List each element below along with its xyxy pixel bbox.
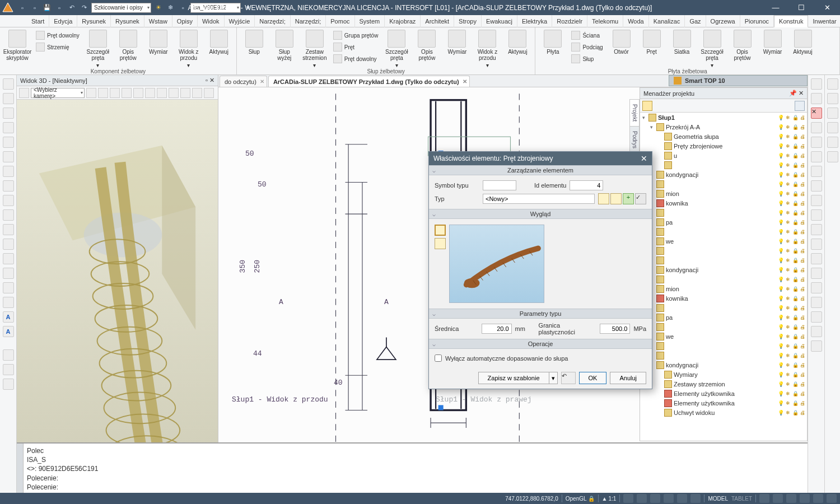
pm-row-toggle-icon[interactable]: 🔒	[792, 314, 799, 321]
pm-row-toggle-icon[interactable]: ❄	[785, 190, 791, 197]
pm-row-toggle-icon[interactable]: 🔒	[792, 352, 799, 359]
rtool2-1-icon[interactable]	[827, 78, 838, 90]
pm-row-toggle-icon[interactable]: ❄	[785, 162, 791, 169]
activate-button[interactable]: Aktywuj	[205, 29, 233, 55]
pm-tree-row[interactable]: Wymiary💡❄🔒🖨	[640, 370, 807, 379]
status-btn-12[interactable]	[827, 494, 837, 503]
rtool2-3-icon[interactable]	[827, 108, 838, 119]
pm-row-toggle-icon[interactable]: 🖨	[799, 400, 806, 407]
rtool-9-icon[interactable]	[811, 195, 822, 206]
pm-row-toggle-icon[interactable]: 💡	[777, 209, 784, 216]
rtool-15-icon[interactable]	[811, 282, 822, 293]
pm-row-toggle-icon[interactable]: 🖨	[799, 228, 806, 235]
command-line-handle[interactable]	[17, 444, 24, 493]
tool-region-icon[interactable]	[3, 239, 14, 250]
slab-button[interactable]: Płyta	[539, 29, 567, 55]
section-operations[interactable]: Operacje	[429, 339, 652, 349]
pm-row-toggle-icon[interactable]: 🖨	[799, 162, 806, 169]
pm-tree-row[interactable]: ▾Słup1💡❄🔒🖨	[640, 113, 807, 122]
rtool-12-icon[interactable]	[811, 239, 822, 250]
pm-row-toggle-icon[interactable]: 💡	[777, 219, 784, 226]
pm-row-toggle-icon[interactable]: 💡	[777, 248, 784, 254]
qat-mode-combo[interactable]: Szkicowanie i opisy	[91, 3, 151, 13]
pm-row-toggle-icon[interactable]: ❄	[785, 209, 791, 216]
pm-row-toggle-icon[interactable]: ❄	[785, 152, 791, 159]
pm-row-toggle-icon[interactable]: 🖨	[799, 181, 806, 188]
qat-redo-icon[interactable]: ↷	[79, 3, 89, 13]
ribbon-tab[interactable]: Widok	[198, 15, 225, 27]
rebar-detail-button-3[interactable]: Szczegół pręta▾	[698, 29, 726, 68]
pm-row-toggle-icon[interactable]: 🖨	[799, 371, 806, 378]
tool-spline-icon[interactable]	[3, 122, 14, 133]
pm-row-toggle-icon[interactable]: 💡	[777, 333, 784, 340]
tool-ellipse-icon[interactable]	[3, 151, 14, 162]
pm-row-toggle-icon[interactable]: 🔒	[792, 343, 799, 349]
activate-button-2[interactable]: Aktywuj	[503, 29, 531, 55]
pm-tree-row[interactable]: Geometria słupa💡❄🔒🖨	[640, 132, 807, 141]
rtool2-2-icon[interactable]	[827, 93, 838, 104]
pm-tree-row[interactable]: kondygnacji💡❄🔒🖨	[640, 265, 807, 274]
preview-thumb-2[interactable]	[435, 238, 446, 249]
rebar-button-3[interactable]: Pręt	[638, 29, 666, 55]
pm-row-toggle-icon[interactable]: ❄	[785, 133, 791, 140]
pm-row-toggle-icon[interactable]: 🔒	[792, 133, 799, 140]
ribbon-tab[interactable]: Elektryka	[517, 15, 552, 27]
pm-filter-icon[interactable]	[795, 101, 805, 111]
ribbon-tab[interactable]: Krajobraz	[385, 15, 421, 27]
column-above-button[interactable]: Słup wyżej	[270, 29, 298, 61]
pm-row-toggle-icon[interactable]: 🖨	[799, 143, 806, 150]
tool-arc-icon[interactable]	[3, 108, 14, 119]
pm-row-toggle-icon[interactable]: 🔒	[792, 381, 799, 388]
tool-revcloud-icon[interactable]	[3, 268, 14, 279]
tool-polyline-icon[interactable]	[3, 93, 14, 104]
status-btn-6[interactable]	[690, 494, 701, 503]
document-tab-close-icon[interactable]: ✕	[463, 78, 467, 85]
pm-row-toggle-icon[interactable]: 🔒	[792, 124, 799, 130]
pm-row-toggle-icon[interactable]: ❄	[785, 276, 791, 283]
ok-button[interactable]: OK	[579, 372, 607, 384]
status-scale[interactable]: ▲ 1:1	[602, 496, 617, 502]
smart-top-10-bar[interactable]: Smart TOP 10	[669, 75, 808, 86]
pm-row-toggle-icon[interactable]: 💡	[777, 362, 784, 368]
pm-row-toggle-icon[interactable]: 💡	[777, 228, 784, 235]
status-btn-1[interactable]	[623, 494, 633, 503]
pm-row-toggle-icon[interactable]: 🔒	[792, 295, 799, 302]
status-btn-11[interactable]	[813, 494, 823, 503]
pm-row-toggle-icon[interactable]: ❄	[785, 219, 791, 226]
pm-tree-row[interactable]: Uchwyt widoku💡❄🔒🖨	[640, 408, 807, 417]
pm-row-toggle-icon[interactable]: 💡	[777, 143, 784, 150]
rtool-11-icon[interactable]	[811, 224, 822, 235]
pm-row-toggle-icon[interactable]: 🖨	[799, 267, 806, 273]
pm-row-toggle-icon[interactable]: 🔒	[792, 409, 799, 416]
rebar-detail-button[interactable]: Szczegół pręta▾	[84, 29, 112, 68]
rtool-17-icon[interactable]	[811, 311, 822, 323]
qat-print-icon[interactable]: ▫	[54, 3, 64, 13]
ribbon-tab[interactable]: Woda	[623, 15, 649, 27]
pm-tree[interactable]: ▾Słup1💡❄🔒🖨▾Przekrój A-A💡❄🔒🖨Geometria słu…	[640, 113, 807, 441]
dialog-title-bar[interactable]: Właściwości elementu: Pręt zbrojeniowy ✕	[429, 152, 652, 165]
pm-row-toggle-icon[interactable]: 💡	[777, 286, 784, 292]
pm-row-toggle-icon[interactable]: 💡	[777, 181, 784, 188]
pm-row-toggle-icon[interactable]: 💡	[777, 314, 784, 321]
document-tab[interactable]: ArCADia-SLUP ZELBETOWY Przykład 1.dwg (T…	[268, 76, 470, 87]
view3d-tool-3-icon[interactable]	[98, 88, 108, 98]
rebar-description-button-3[interactable]: Opis prętów	[729, 29, 757, 61]
status-tablet[interactable]: TABLET	[731, 496, 752, 502]
diameter-input[interactable]	[482, 324, 512, 334]
status-btn-5[interactable]	[677, 494, 687, 503]
pm-tree-row[interactable]: 💡❄🔒🖨	[640, 351, 807, 360]
view3d-tool-icon[interactable]	[19, 88, 29, 98]
pm-tree-row[interactable]: 💡❄🔒🖨	[640, 322, 807, 332]
ribbon-tab[interactable]: Ogrzewa	[706, 15, 740, 27]
maximize-button[interactable]: ☐	[788, 0, 814, 15]
rtool-8-icon[interactable]	[811, 180, 822, 192]
qat-undo-icon[interactable]: ↶	[67, 3, 77, 13]
pm-row-toggle-icon[interactable]: 💡	[777, 162, 784, 169]
element-id-input[interactable]	[570, 180, 603, 190]
pm-row-toggle-icon[interactable]: 🔒	[792, 333, 799, 340]
pm-row-toggle-icon[interactable]: 🖨	[799, 190, 806, 197]
tool-circle-icon[interactable]	[3, 137, 14, 148]
pm-row-toggle-icon[interactable]: 💡	[777, 409, 784, 416]
stirrup-button[interactable]: Strzemię	[34, 41, 82, 53]
pm-row-toggle-icon[interactable]: 🔒	[792, 181, 799, 188]
